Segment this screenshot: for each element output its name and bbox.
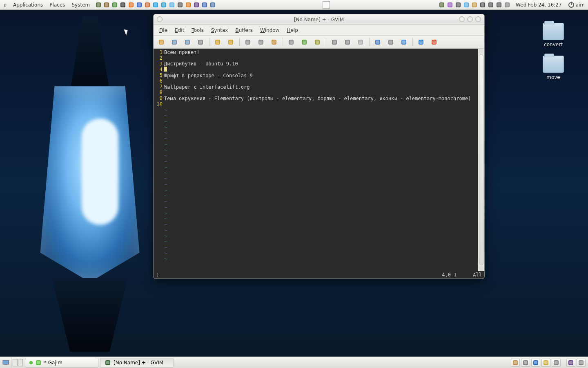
battery-icon[interactable] [495,1,503,9]
volume-icon[interactable] [479,1,486,9]
workspace-2[interactable] [18,359,23,366]
browser-icon[interactable] [136,1,143,9]
menu-syntax[interactable]: Syntax [208,26,232,34]
systray [437,1,512,9]
firefox-icon[interactable] [127,1,135,9]
menu-system[interactable]: System [68,0,93,9]
scroll-thumb[interactable] [479,54,483,265]
window-minimize-button[interactable] [459,16,465,22]
redo-icon[interactable] [225,37,237,47]
statusbar: : 4,0-1 All [154,271,484,278]
headphones-icon[interactable] [454,1,462,9]
speaker-icon[interactable] [176,1,184,9]
user-menu[interactable]: aim [565,2,588,8]
pencil-icon[interactable] [103,1,110,9]
svg-rect-99 [534,361,537,364]
desktop-folder-convert[interactable]: convert [535,23,572,47]
saveall-icon[interactable] [181,37,194,47]
svg-rect-75 [346,40,349,44]
line-number-gutter: 12345678910 [154,49,163,271]
skype-icon[interactable] [152,1,159,9]
status-dot-icon [29,361,33,364]
undo-icon[interactable] [212,37,224,47]
svg-rect-93 [106,361,109,364]
toolbar-separator [207,37,211,47]
window-maximize-button[interactable] [467,16,473,22]
workspace-1[interactable] [13,359,18,366]
status-left: : [156,272,442,278]
task--gajim[interactable]: * Gajim [25,358,98,368]
task--no-name-gvim[interactable]: [No Name] + - GVIM [100,358,174,368]
open-icon[interactable] [155,37,167,47]
menu-help[interactable]: Help [283,26,301,34]
distro-logo-icon[interactable]: e [0,0,10,10]
svg-rect-27 [203,3,206,7]
warn-icon[interactable] [428,37,440,47]
trash-icon[interactable] [552,359,561,367]
scroll-up-icon[interactable] [479,49,483,54]
editor-area[interactable]: 12345678910 Всем привет! Дистрибутив - U… [154,49,484,271]
make-icon[interactable] [372,37,384,47]
note-icon[interactable] [541,359,550,367]
mail-icon[interactable] [521,359,530,367]
script-icon[interactable] [354,37,367,47]
terminal-icon[interactable] [119,1,127,9]
scroll-down-icon[interactable] [479,266,483,271]
leaf-icon[interactable] [111,1,118,9]
menu-window[interactable]: Window [257,26,283,34]
bottom-panel: * Gajim[No Name] + - GVIM [0,357,588,368]
tools-icon[interactable] [95,1,102,9]
save-icon[interactable] [168,37,180,47]
menu-places[interactable]: Places [46,0,68,9]
tag-icon[interactable] [398,37,410,47]
cut-icon[interactable] [242,37,254,47]
water-icon[interactable] [463,1,470,9]
trash-icon[interactable] [577,359,586,367]
window-close-button-2[interactable] [475,16,481,22]
window-close-button[interactable] [157,16,163,22]
code-text[interactable]: Всем привет! Дистрибутив - Ubuntu 9.10 Ш… [163,49,478,271]
grid-icon[interactable] [193,1,200,9]
titlebar[interactable]: [No Name] + - GVIM [154,14,484,25]
prev-icon[interactable] [311,37,323,47]
tools-icon[interactable] [438,1,445,9]
paste-icon[interactable] [268,37,280,47]
next-icon[interactable] [298,37,310,47]
people-icon[interactable] [201,1,208,9]
workspace-switcher[interactable] [11,358,24,368]
session-open-icon[interactable] [328,37,341,47]
copy-icon[interactable] [255,37,267,47]
water-icon[interactable] [168,1,176,9]
cube-icon[interactable] [209,1,216,9]
session-save-icon[interactable] [341,37,354,47]
vertical-scrollbar[interactable] [478,49,484,271]
help-icon[interactable] [415,37,427,47]
pidgin-icon[interactable] [446,1,454,9]
find-icon[interactable] [285,37,297,47]
show-desktop-button[interactable] [0,357,11,368]
desktop-folder-move[interactable]: move [535,56,572,80]
menu-file[interactable]: File [156,26,171,34]
menu-buffers[interactable]: Buffers [232,26,256,34]
shell-icon[interactable] [385,37,397,47]
gvim-window: [No Name] + - GVIM FileEditToolsSyntaxBu… [153,14,485,279]
menu-tools[interactable]: Tools [188,26,207,34]
mail-icon[interactable] [503,1,511,9]
menu-applications[interactable]: Applications [10,0,46,9]
chat-icon[interactable] [160,1,167,9]
window-list-applet-icon[interactable] [323,1,330,9]
globe-icon[interactable] [531,359,540,367]
svg-rect-55 [199,40,202,44]
print-icon[interactable] [194,37,207,47]
clipboard-icon[interactable] [471,1,478,9]
clock[interactable]: Wed Feb 24, 16:27 [512,2,565,8]
grid-icon[interactable] [566,359,575,367]
pen-icon[interactable] [487,1,494,9]
svg-rect-87 [432,40,436,44]
vlc-icon[interactable] [185,1,192,9]
svg-rect-59 [229,40,232,44]
menu-edit[interactable]: Edit [172,26,187,34]
spiral-icon[interactable] [144,1,151,9]
home-icon[interactable] [511,359,520,367]
desktop-icon-label: convert [535,42,572,47]
